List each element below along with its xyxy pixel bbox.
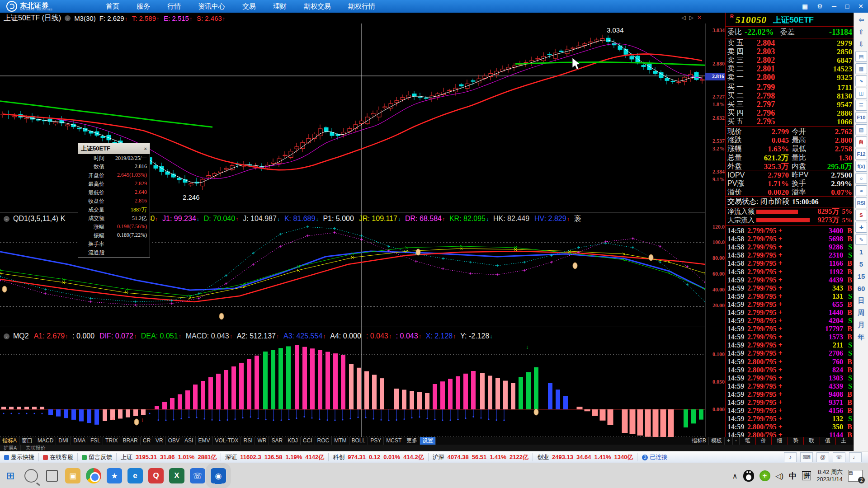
taskbar-app-phone[interactable]: ☏ <box>190 468 205 483</box>
chevron-down-icon[interactable]: ⌄ <box>4 333 9 339</box>
ime-mode[interactable]: 拼 <box>802 471 811 480</box>
toolbar-icon-button[interactable]: ⇩ <box>855 39 867 50</box>
time-sales-row[interactable]: 14:58 2.799/795 + 3400 B <box>727 227 852 235</box>
indicator-right-tab[interactable]: - <box>733 437 740 445</box>
indicator-tab[interactable]: CR <box>141 437 153 445</box>
tooltip-close-icon[interactable]: × <box>144 146 147 151</box>
toolbar-icon-button[interactable]: RSI <box>855 197 867 208</box>
status-tray-icon[interactable]: ☏ <box>833 452 845 462</box>
bid-row[interactable]: 买四2.7962886 <box>727 108 852 117</box>
stock-name[interactable]: 上证50ETF <box>773 14 814 25</box>
toolbar-icon-button[interactable]: ▤ <box>855 51 867 62</box>
toolbar-icon-button[interactable]: ◫ <box>855 88 867 99</box>
status-shortcut[interactable]: 显示快捷 <box>0 453 39 461</box>
time-sales-row[interactable]: 14:59 2.799/795 + 655 B <box>727 300 852 309</box>
quote-panel-tab[interactable]: 联 <box>804 437 820 445</box>
indicator-tab[interactable]: VR <box>153 437 166 445</box>
toolbar-icon-button[interactable]: F10 <box>855 112 867 123</box>
indicator-right-tab[interactable]: 指标B <box>689 437 709 445</box>
time-sales-row[interactable]: 14:59 2.799/795 + 4439 B <box>727 276 852 284</box>
toolbar-icon-button[interactable]: 60 <box>855 283 867 294</box>
taskbar-app-trading[interactable]: ◉ <box>211 468 226 483</box>
indicator-tab[interactable]: KDJ <box>285 437 301 445</box>
toolbar-icon-button[interactable]: S <box>855 210 867 221</box>
time-sales-row[interactable]: 14:59 2.799/795 + 211 S <box>727 341 852 349</box>
time-sales-row[interactable]: 14:59 2.800/795 + 824 B <box>727 366 852 374</box>
toolbar-icon-button[interactable]: 1 <box>855 246 867 257</box>
indicator-tab[interactable]: EMV <box>196 437 212 445</box>
chevron-down-icon[interactable]: ⌄ <box>4 216 9 222</box>
indicator-right-tab[interactable]: 模板 <box>709 437 725 445</box>
indicator-tab[interactable]: WR <box>255 437 269 445</box>
status-tray-icon[interactable]: ♩ <box>849 452 862 462</box>
extension-tab[interactable]: 关联报价 <box>22 445 49 451</box>
time-sales-row[interactable]: 14:59 2.800/795 + 1144 B <box>727 431 852 437</box>
indicator-settings-button[interactable]: 设置 <box>420 437 436 445</box>
time-sales-row[interactable]: 14:59 2.800/795 + 760 B <box>727 358 852 366</box>
indicator-tab[interactable]: CCI <box>301 437 315 445</box>
index-quote[interactable]: 创业2493.1334.641.41%1340亿 <box>533 453 637 461</box>
stock-code[interactable]: 510050 <box>736 14 767 26</box>
toolbar-icon-button[interactable]: 自 <box>855 136 867 147</box>
indicator-tab[interactable]: OBV <box>166 437 182 445</box>
time-sales-row[interactable]: 14:59 2.799/795 + 17797 B <box>727 325 852 333</box>
gear-icon[interactable]: ⚙ <box>817 3 823 10</box>
volume-icon[interactable]: ◁) <box>776 472 784 480</box>
bid-row[interactable]: 买三2.7979547 <box>727 100 852 108</box>
taskbar-clock[interactable]: 8:42 周六 2023/1/14 <box>816 469 843 483</box>
tray-expand-caret[interactable]: ∧ <box>732 472 738 480</box>
qq-icon[interactable] <box>743 470 754 482</box>
time-sales-row[interactable]: 14:59 2.798/795 + 131 S <box>727 292 852 300</box>
indicator-tab[interactable]: ROC <box>315 437 332 445</box>
chart-symbol-title[interactable]: 上证50ETF (日线) <box>4 14 61 23</box>
brand-logo-area[interactable]: 东北证券 NORTHEAST SECURITIES <box>0 1 97 12</box>
status-shortcut[interactable]: 留言反馈 <box>78 453 117 461</box>
notification-icon[interactable]: ▤2 <box>848 470 863 482</box>
quote-panel-tab[interactable]: 势 <box>788 437 804 445</box>
toolbar-icon-button[interactable]: ○ <box>855 173 867 184</box>
ask-row[interactable]: 卖五2.8042979 <box>727 38 852 47</box>
taskbar-app-star[interactable]: ★ <box>107 468 122 483</box>
taskbar-app-excel[interactable]: X <box>169 468 184 483</box>
time-sales-row[interactable]: 14:59 2.799/795 + 1440 B <box>727 309 852 317</box>
taskbar-app-app-red[interactable]: Q <box>148 468 164 483</box>
chevron-down-icon[interactable]: ⌄ <box>65 15 71 21</box>
close-button[interactable]: ✕ <box>858 3 863 10</box>
minimize-button[interactable]: ─ <box>832 3 836 10</box>
time-sales-row[interactable]: 14:59 2.800/795 + 350 B <box>727 423 852 431</box>
menu-item[interactable]: 期权行情 <box>348 2 375 11</box>
ask-row[interactable]: 卖三2.8026847 <box>727 56 852 64</box>
time-sales-row[interactable]: 14:59 2.799/795 + 1303 S <box>727 374 852 382</box>
toolbar-icon-button[interactable]: ✚ <box>855 222 867 233</box>
taskbar-app-chrome[interactable] <box>86 468 101 483</box>
toolbar-icon-button[interactable]: ✎ <box>855 234 867 245</box>
indicator-tab[interactable]: VOL-TDX <box>212 437 241 445</box>
toolbar-icon-button[interactable]: 日 <box>855 295 867 306</box>
toolbar-icon-button[interactable]: 5 <box>855 258 867 269</box>
indicator-group-tab[interactable]: 窗口 <box>19 437 35 445</box>
ask-row[interactable]: 卖一2.8009325 <box>727 73 852 81</box>
chart-close-button[interactable]: ✕ <box>697 14 702 21</box>
time-sales-row[interactable]: 14:59 2.799/795 + 4339 S <box>727 382 852 390</box>
time-sales-row[interactable]: 14:59 2.799/795 + 343 B <box>727 284 852 292</box>
time-sales-row[interactable]: 14:59 2.799/795 + 9371 B <box>727 399 852 407</box>
indicator-right-tab[interactable]: + <box>725 437 733 445</box>
ime-language[interactable]: 中 <box>789 471 797 481</box>
start-button[interactable]: ⊞ <box>0 463 21 488</box>
toolbar-icon-button[interactable]: F12 <box>855 149 867 160</box>
apps-grid-icon[interactable]: ▦ <box>802 3 808 10</box>
indicator-tab[interactable]: TRIX <box>103 437 120 445</box>
toolbar-icon-button[interactable]: ▦ <box>855 63 867 74</box>
indicator-tab[interactable]: FSL <box>88 437 103 445</box>
extension-tab[interactable]: 扩展A <box>0 445 21 451</box>
time-sales-row[interactable]: 14:58 2.799/795 + 1166 B <box>727 259 852 267</box>
indicator-tab[interactable]: DMA <box>71 437 88 445</box>
toolbar-icon-button[interactable]: 15 <box>855 271 867 282</box>
maximize-button[interactable]: □ <box>845 3 849 10</box>
time-sales-row[interactable]: 14:59 2.799/795 + 4156 B <box>727 407 852 415</box>
status-tray-icon[interactable]: ♪ <box>784 452 797 462</box>
index-quote[interactable]: 沪深4074.3856.511.41%2122亿 <box>429 453 533 461</box>
quote-panel-tab[interactable]: 值 <box>820 437 836 445</box>
index-quote[interactable]: 科创974.310.120.01%414.2亿 <box>329 453 429 461</box>
menu-item[interactable]: 期权交易 <box>304 2 331 11</box>
